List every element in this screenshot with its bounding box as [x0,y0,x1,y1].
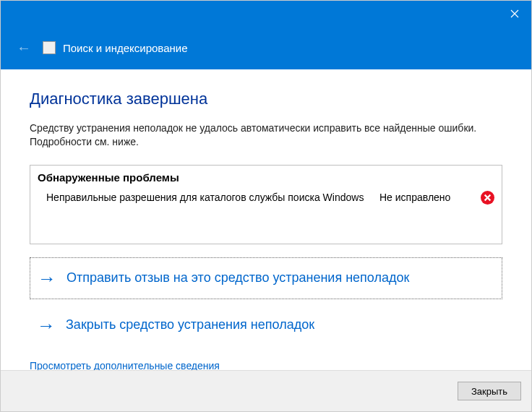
problem-description: Неправильные разрешения для каталогов сл… [38,191,372,205]
page-heading: Диагностика завершена [30,90,502,108]
summary-text: Средству устранения неполадок не удалось… [30,121,502,149]
feedback-action[interactable]: → Отправить отзыв на это средство устран… [30,257,502,299]
close-icon [510,9,519,18]
details-link[interactable]: Просмотреть дополнительные сведения [30,360,220,370]
close-button[interactable]: Закрыть [458,382,521,400]
feedback-label: Отправить отзыв на это средство устранен… [66,270,409,286]
troubleshooter-icon [43,41,56,54]
titlebar [1,1,531,26]
problem-status: Не исправлено [379,192,473,203]
close-troubleshooter-label: Закрыть средство устранения неполадок [66,317,314,332]
footer-bar: Закрыть [1,370,531,411]
arrow-right-icon: → [38,269,56,288]
arrow-right-icon: → [37,316,56,335]
header-bar: ← Поиск и индексирование [1,26,531,69]
content-area: Диагностика завершена Средству устранени… [1,69,531,370]
error-icon [481,191,494,205]
troubleshooter-window: ← Поиск и индексирование Диагностика зав… [0,0,532,412]
back-arrow-icon: ← [17,40,31,56]
problem-row: Неправильные разрешения для каталогов сл… [38,188,494,205]
header-title: Поиск и индексирование [63,42,187,54]
window-close-button[interactable] [498,1,531,26]
close-troubleshooter-action[interactable]: → Закрыть средство устранения неполадок [30,305,502,346]
problems-panel: Обнаруженные проблемы Неправильные разре… [30,165,502,244]
problems-header: Обнаруженные проблемы [38,170,494,188]
